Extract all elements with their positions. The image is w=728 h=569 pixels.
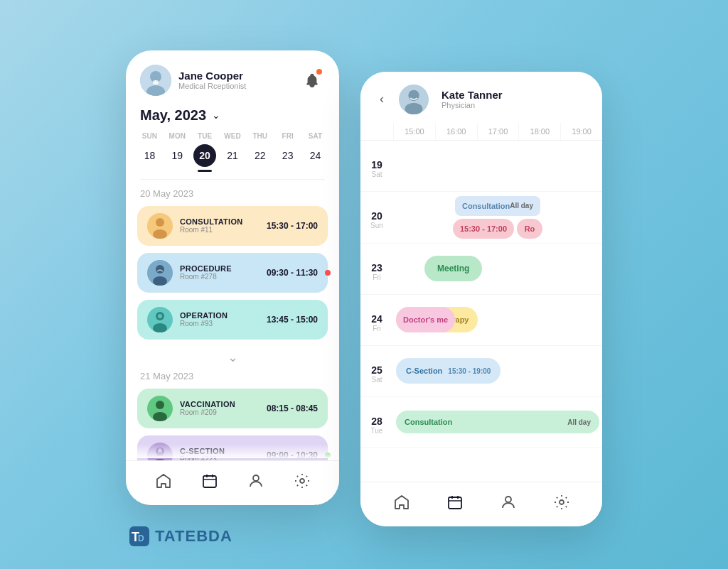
user-name: Jane Cooper [178, 70, 246, 82]
back-button[interactable]: ‹ [372, 90, 392, 109]
event-title-vaccination: VACCINATION [180, 400, 259, 408]
event-time-csection: 09:00 - 10:30 [267, 450, 318, 460]
event-title-csection: C-SECTION [180, 447, 259, 455]
nav-settings[interactable] [292, 471, 312, 491]
phone-1: Jane Cooper Medical Rceptionist May, 202… [126, 50, 339, 505]
month-dropdown-icon[interactable]: ⌄ [212, 109, 220, 121]
calendar-dates: 18 19 20 21 22 23 24 [126, 144, 339, 167]
event-room-vaccination: Room #209 [180, 408, 259, 416]
p2-calendar: 15:00 16:00 17:00 18:00 19:00 19 Sat 20 … [360, 123, 602, 485]
brand-logo: T D TATEBDA [128, 525, 232, 548]
svg-point-40 [560, 500, 564, 504]
svg-rect-26 [203, 476, 216, 487]
cal-events-row-19 [393, 158, 602, 173]
brand-icon-svg: T D [128, 525, 151, 548]
cal-row-25: 25 Sat C-Section 15:30 - 19:00 [360, 346, 602, 397]
nav-person[interactable] [246, 471, 266, 491]
cal-event-meeting[interactable]: Meeting [424, 256, 482, 281]
p1-header: Jane Cooper Medical Rceptionist [126, 50, 339, 104]
phone-2: ‹ Kate Tanner Physician 15:00 16:00 [360, 72, 602, 526]
day-mon: MON [166, 132, 188, 140]
brand-text: TATEBDA [155, 527, 232, 546]
p2-nav-home[interactable] [392, 492, 412, 512]
consultation2-label: Consultation [405, 418, 452, 426]
svg-point-39 [505, 497, 511, 502]
event-avatar-operation [147, 307, 173, 332]
event-time-vaccination: 08:15 - 08:45 [267, 403, 318, 413]
date-21[interactable]: 21 [221, 144, 244, 167]
p2-header: ‹ Kate Tanner Physician [360, 72, 602, 123]
month-selector[interactable]: May, 2023 ⌄ [126, 104, 339, 132]
p2-user-name: Kate Tanner [441, 89, 591, 101]
svg-text:D: D [138, 533, 144, 543]
cal-day-name-28: Tue [371, 427, 383, 435]
cal-day-num-19: 19 [371, 159, 382, 170]
time-1800: 18:00 [518, 123, 560, 140]
cal-event-red2-20[interactable]: Ro [517, 219, 542, 239]
section-date-20: 20 May 2023 [126, 188, 339, 206]
date-20-active[interactable]: 20 [193, 144, 216, 167]
cal-event-consultation-20[interactable]: Consultation All day [455, 196, 540, 216]
nav-calendar[interactable] [200, 471, 220, 491]
expand-button[interactable]: ⌄ [126, 347, 339, 371]
event-vaccination[interactable]: VACCINATION Room #209 08:15 - 08:45 [137, 389, 328, 428]
event-dot-csection [325, 453, 331, 458]
p2-nav [360, 482, 602, 526]
time-1600: 16:00 [435, 123, 477, 140]
event-title-operation: OPERATION [180, 311, 259, 320]
cal-event-doctors[interactable]: Doctor's me [396, 307, 455, 332]
svg-point-30 [253, 475, 259, 481]
ul-23 [277, 170, 299, 172]
notification-bell[interactable] [299, 67, 325, 93]
day-tue: TUE [193, 132, 216, 140]
day-thu: THU [249, 132, 272, 140]
event-consultation[interactable]: CONSULTATION Room #11 15:30 - 17:00 [137, 206, 328, 246]
date-23[interactable]: 23 [277, 144, 299, 167]
cal-event-red-20[interactable]: 15:30 - 17:00 [453, 219, 514, 239]
p2-nav-settings[interactable] [552, 492, 572, 512]
cal-day-23: 23 Fri [360, 256, 393, 281]
event-room-consultation: Room #11 [180, 226, 259, 234]
event-procedure[interactable]: PROCEDURE Room #278 09:30 - 11:30 [137, 253, 328, 293]
cal-day-num-25: 25 [371, 364, 382, 376]
event-avatar-vaccination [147, 396, 173, 421]
consultation-label: Consultation [462, 202, 510, 210]
svg-point-10 [156, 265, 164, 273]
svg-point-17 [156, 401, 164, 409]
cal-row-28: 28 Tue Consultation All day [360, 397, 602, 448]
event-room-procedure: Room #278 [180, 273, 259, 281]
day-sun: SUN [138, 132, 161, 140]
event-title-procedure: PROCEDURE [180, 264, 259, 273]
event-time-operation: 13:45 - 15:00 [267, 315, 318, 325]
csection-label: C-Section [406, 367, 442, 375]
day-fri: FRI [277, 132, 299, 140]
p2-nav-calendar[interactable] [445, 492, 465, 512]
p2-nav-person[interactable] [498, 492, 518, 512]
day-sat: SAT [304, 132, 326, 140]
svg-point-7 [156, 218, 164, 227]
red-event-label-20: 15:30 - 17:00 [460, 224, 507, 233]
p1-user: Jane Cooper Medical Rceptionist [140, 65, 246, 96]
cal-day-19: 19 Sat [360, 153, 393, 178]
cal-events-row-28: Consultation All day [393, 406, 602, 438]
date-18[interactable]: 18 [138, 144, 161, 167]
svg-point-31 [300, 479, 304, 483]
date-24[interactable]: 24 [304, 144, 326, 167]
date-22[interactable]: 22 [249, 144, 272, 167]
cal-event-consultation-28[interactable]: Consultation All day [396, 411, 599, 433]
notification-dot [316, 69, 322, 75]
date-19[interactable]: 19 [166, 144, 188, 167]
event-info-consultation: CONSULTATION Room #11 [180, 217, 259, 234]
cal-day-name-23: Fri [373, 273, 381, 281]
event-title-consultation: CONSULTATION [180, 217, 259, 226]
day-wed: WED [221, 132, 244, 140]
cal-event-csection-25[interactable]: C-Section 15:30 - 19:00 [396, 358, 500, 384]
event-operation[interactable]: OPERATION Room #93 13:45 - 15:00 [137, 300, 328, 340]
p2-user-info: Kate Tanner Physician [441, 89, 591, 109]
cal-day-num-20: 20 [371, 210, 382, 222]
cal-day-num-28: 28 [371, 416, 382, 427]
cal-events-row-23: Meeting [393, 264, 602, 273]
nav-home[interactable] [154, 471, 173, 491]
time-1900: 19:00 [560, 123, 602, 140]
cal-row-19: 19 Sat [360, 141, 602, 192]
